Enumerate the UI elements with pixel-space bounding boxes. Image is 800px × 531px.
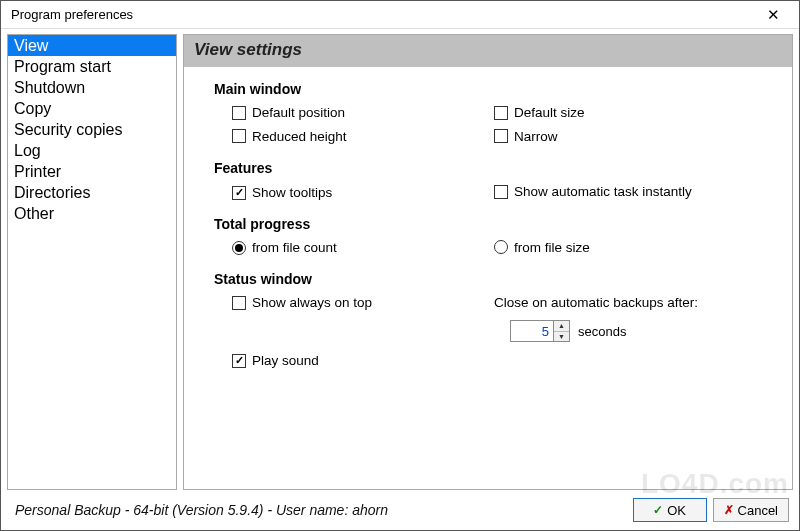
window-title: Program preferences	[11, 7, 753, 22]
sidebar-item-printer[interactable]: Printer	[8, 161, 176, 182]
radio-icon	[232, 241, 246, 255]
sidebar-item-directories[interactable]: Directories	[8, 182, 176, 203]
checkbox-icon	[494, 106, 508, 120]
content-body: Main window Default position Default siz…	[184, 67, 792, 384]
radio-icon	[494, 240, 508, 254]
checkbox-show-tooltips[interactable]: Show tooltips	[232, 185, 332, 200]
category-list[interactable]: ViewProgram startShutdownCopySecurity co…	[7, 34, 177, 490]
close-after-label: Close on automatic backups after:	[494, 295, 772, 310]
sidebar-item-security-copies[interactable]: Security copies	[8, 119, 176, 140]
checkbox-reduced-height[interactable]: Reduced height	[232, 129, 347, 144]
group-total-progress: Total progress	[214, 216, 772, 232]
checkbox-icon	[232, 106, 246, 120]
checkbox-label: Show always on top	[252, 295, 372, 310]
sidebar-item-log[interactable]: Log	[8, 140, 176, 161]
cancel-label: Cancel	[738, 503, 778, 518]
radio-label: from file count	[252, 240, 337, 255]
spinner-arrows[interactable]: ▲ ▼	[554, 320, 570, 342]
x-icon: ✗	[724, 503, 734, 517]
checkbox-show-auto-task[interactable]: Show automatic task instantly	[494, 184, 692, 199]
checkbox-icon	[232, 129, 246, 143]
radio-from-file-count[interactable]: from file count	[232, 240, 337, 255]
checkbox-label: Default position	[252, 105, 345, 120]
footer: Personal Backup - 64-bit (Version 5.9.4)…	[1, 490, 799, 530]
sidebar-item-copy[interactable]: Copy	[8, 98, 176, 119]
ok-button[interactable]: ✓ OK	[633, 498, 707, 522]
sidebar-item-program-start[interactable]: Program start	[8, 56, 176, 77]
dialog-body: ViewProgram startShutdownCopySecurity co…	[1, 29, 799, 490]
checkbox-label: Narrow	[514, 129, 558, 144]
checkbox-icon	[232, 186, 246, 200]
checkbox-label: Default size	[514, 105, 585, 120]
close-after-unit: seconds	[578, 324, 626, 339]
ok-label: OK	[667, 503, 686, 518]
check-icon: ✓	[653, 503, 663, 517]
titlebar: Program preferences ✕	[1, 1, 799, 29]
radio-label: from file size	[514, 240, 590, 255]
radio-from-file-size[interactable]: from file size	[494, 240, 590, 255]
close-after-spinner[interactable]: ▲ ▼	[510, 320, 570, 342]
checkbox-always-on-top[interactable]: Show always on top	[232, 295, 372, 310]
checkbox-icon	[494, 185, 508, 199]
checkbox-icon	[232, 296, 246, 310]
preferences-window: Program preferences ✕ ViewProgram startS…	[0, 0, 800, 531]
group-features: Features	[214, 160, 772, 176]
checkbox-label: Show automatic task instantly	[514, 184, 692, 199]
close-after-input[interactable]	[510, 320, 554, 342]
close-icon[interactable]: ✕	[753, 6, 793, 24]
content-panel: View settings Main window Default positi…	[183, 34, 793, 490]
group-status-window: Status window	[214, 271, 772, 287]
checkbox-label: Play sound	[252, 353, 319, 368]
sidebar-item-shutdown[interactable]: Shutdown	[8, 77, 176, 98]
checkbox-icon	[494, 129, 508, 143]
cancel-button[interactable]: ✗ Cancel	[713, 498, 789, 522]
checkbox-narrow[interactable]: Narrow	[494, 129, 558, 144]
group-main-window: Main window	[214, 81, 772, 97]
sidebar-item-view[interactable]: View	[8, 35, 176, 56]
checkbox-play-sound[interactable]: Play sound	[232, 353, 319, 368]
checkbox-label: Show tooltips	[252, 185, 332, 200]
spinner-up-icon[interactable]: ▲	[554, 321, 569, 332]
checkbox-default-size[interactable]: Default size	[494, 105, 585, 120]
content-heading: View settings	[184, 35, 792, 67]
checkbox-label: Reduced height	[252, 129, 347, 144]
sidebar-item-other[interactable]: Other	[8, 203, 176, 224]
checkbox-default-position[interactable]: Default position	[232, 105, 345, 120]
spinner-down-icon[interactable]: ▼	[554, 332, 569, 342]
checkbox-icon	[232, 354, 246, 368]
status-text: Personal Backup - 64-bit (Version 5.9.4)…	[15, 502, 627, 518]
